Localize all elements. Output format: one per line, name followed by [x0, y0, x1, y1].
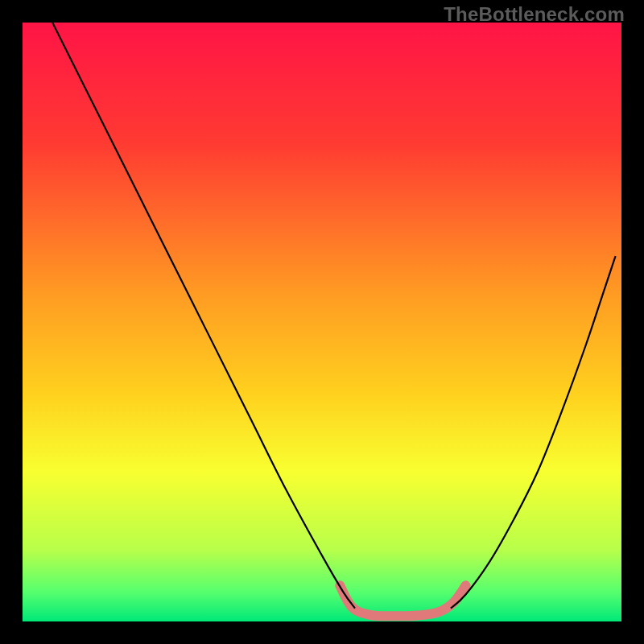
plot-area: [23, 23, 621, 621]
chart-svg: [23, 23, 621, 621]
chart-frame: TheBottleneck.com: [0, 0, 644, 644]
gradient-background: [23, 23, 621, 621]
